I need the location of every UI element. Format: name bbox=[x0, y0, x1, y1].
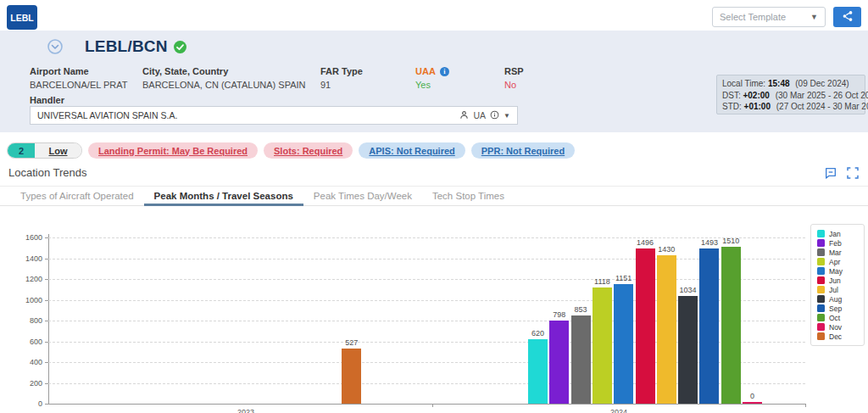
bar-may-2024[interactable] bbox=[614, 284, 633, 404]
handler-input[interactable] bbox=[31, 110, 459, 120]
y-tick-mark bbox=[45, 383, 48, 384]
select-template-dropdown[interactable]: Select Template ▼ bbox=[712, 7, 826, 27]
bar-value-label: 1510 bbox=[715, 237, 746, 245]
legend-swatch bbox=[817, 314, 825, 321]
legend-item-jun[interactable]: Jun bbox=[817, 276, 858, 285]
legend-swatch bbox=[817, 248, 825, 256]
legend-item-jan[interactable]: Jan bbox=[817, 229, 858, 238]
y-tick-label: 200 bbox=[7, 379, 42, 388]
legend-label: Jul bbox=[829, 286, 838, 294]
gridline bbox=[48, 237, 805, 238]
airport-code-button[interactable]: LEBL bbox=[7, 5, 37, 30]
field-value: No bbox=[504, 80, 589, 90]
handler-code: UA bbox=[473, 110, 486, 120]
legend-label: May bbox=[829, 267, 843, 276]
time-panel: Local Time: 15:48 (09 Dec 2024) DST: +02… bbox=[716, 75, 865, 114]
tab-tech-stop-times[interactable]: Tech Stop Times bbox=[422, 187, 515, 205]
bar-jan-2024[interactable] bbox=[528, 339, 548, 404]
dst-label: DST: bbox=[722, 91, 741, 100]
bar-value-label: 1151 bbox=[609, 274, 639, 282]
tab-types-of-aircraft[interactable]: Types of Aircraft Operated bbox=[10, 187, 144, 205]
legend-label: Dec bbox=[829, 332, 842, 341]
fullscreen-icon[interactable] bbox=[846, 166, 860, 183]
bar-value-label: 853 bbox=[565, 305, 596, 314]
legend-label: Jan bbox=[829, 230, 841, 238]
page-title: LEBL/BCN bbox=[85, 37, 168, 56]
handler-field: UA ▼ bbox=[30, 106, 518, 125]
legend-item-apr[interactable]: Apr bbox=[817, 257, 858, 266]
legend-item-feb[interactable]: Feb bbox=[817, 238, 858, 248]
slots-pill[interactable]: Slots: Required bbox=[264, 142, 353, 159]
dst-range: (30 Mar 2025 - 26 Oct 2025) bbox=[776, 91, 868, 100]
x-tick-mark bbox=[805, 404, 806, 407]
bar-value-label: 1430 bbox=[651, 245, 682, 254]
legend-item-nov[interactable]: Nov bbox=[817, 322, 858, 332]
bar-value-label: 620 bbox=[523, 329, 554, 338]
apis-pill[interactable]: APIS: Not Required bbox=[359, 142, 465, 159]
gridline bbox=[48, 279, 805, 280]
bar-dec-2023[interactable] bbox=[342, 349, 361, 404]
select-template-placeholder: Select Template bbox=[720, 12, 810, 22]
legend-item-mar[interactable]: Mar bbox=[817, 248, 858, 257]
legend-label: Oct bbox=[829, 314, 840, 322]
y-tick-mark bbox=[45, 362, 48, 363]
airport-header: LEBL/BCN Airport Name BARCELONA/EL PRAT … bbox=[0, 31, 868, 132]
legend-label: Apr bbox=[829, 258, 840, 266]
risk-level-label[interactable]: Low bbox=[35, 143, 81, 158]
info-circle-icon[interactable] bbox=[490, 108, 499, 123]
tab-peak-times[interactable]: Peak Times Day/Week bbox=[303, 187, 422, 205]
bar-apr-2024[interactable] bbox=[593, 287, 612, 404]
peak-months-bar-chart: JanFebMarAprMayJunJulAugSepOctNovDec 020… bbox=[0, 212, 868, 413]
x-tick-mark bbox=[432, 404, 433, 407]
field-airport-name: Airport Name BARCELONA/EL PRAT bbox=[30, 66, 142, 90]
chevron-down-icon: ▼ bbox=[810, 13, 818, 21]
y-axis-line bbox=[48, 234, 49, 404]
bar-feb-2024[interactable] bbox=[549, 321, 569, 404]
field-value: BARCELONA, CN (CATALUNA) SPAIN bbox=[142, 80, 320, 90]
field-label: City, State, Country bbox=[142, 66, 320, 76]
trends-tabs: Types of Aircraft Operated Peak Months /… bbox=[0, 186, 868, 206]
airport-fields: Airport Name BARCELONA/EL PRAT City, Sta… bbox=[30, 66, 589, 90]
tab-peak-months[interactable]: Peak Months / Travel Seasons bbox=[144, 187, 303, 205]
legend-item-may[interactable]: May bbox=[817, 266, 858, 276]
risk-count-badge: 2 bbox=[8, 143, 35, 158]
bar-jun-2024[interactable] bbox=[636, 248, 655, 404]
legend-swatch bbox=[817, 286, 825, 293]
std-value: +01:00 bbox=[744, 102, 771, 111]
legend-item-dec[interactable]: Dec bbox=[817, 332, 858, 341]
field-uaa: UAA i Yes bbox=[415, 66, 504, 90]
bar-mar-2024[interactable] bbox=[571, 315, 591, 404]
info-icon[interactable]: i bbox=[440, 67, 449, 76]
handler-icons: UA ▼ bbox=[459, 108, 517, 123]
dst-value: +02:00 bbox=[743, 91, 769, 100]
ppr-pill[interactable]: PPR: Not Required bbox=[471, 142, 575, 159]
legend-item-aug[interactable]: Aug bbox=[817, 294, 858, 304]
field-value: 91 bbox=[320, 80, 415, 90]
y-tick-mark bbox=[45, 300, 48, 301]
comment-icon[interactable] bbox=[824, 166, 837, 183]
legend-item-sep[interactable]: Sep bbox=[817, 304, 858, 313]
risk-level-pill[interactable]: 2 Low bbox=[7, 142, 82, 159]
bar-sep-2024[interactable] bbox=[699, 248, 719, 404]
share-button[interactable] bbox=[833, 7, 861, 27]
x-axis-label-2023: 2023 bbox=[220, 408, 271, 413]
bar-value-label: 0 bbox=[737, 392, 768, 400]
bar-nov-2024[interactable] bbox=[743, 402, 762, 404]
collapse-chevron-icon[interactable] bbox=[47, 39, 63, 54]
legend-swatch bbox=[817, 239, 825, 247]
chevron-down-icon[interactable]: ▼ bbox=[504, 112, 510, 120]
legend-item-oct[interactable]: Oct bbox=[817, 313, 858, 322]
local-time-row: Local Time: 15:48 (09 Dec 2024) bbox=[722, 78, 860, 90]
x-axis-label-2024: 2024 bbox=[593, 408, 644, 413]
y-tick-mark bbox=[45, 321, 48, 321]
y-tick-mark bbox=[45, 237, 48, 238]
legend-label: Mar bbox=[829, 248, 842, 257]
airport-page: LEBL Select Template ▼ LEBL/BCN Airport … bbox=[0, 0, 868, 413]
legend-item-jul[interactable]: Jul bbox=[817, 285, 858, 294]
bar-oct-2024[interactable] bbox=[721, 247, 741, 404]
bar-jul-2024[interactable] bbox=[657, 255, 676, 404]
y-tick-mark bbox=[45, 259, 48, 260]
landing-permit-pill[interactable]: Landing Permit: May Be Required bbox=[88, 142, 258, 159]
bar-aug-2024[interactable] bbox=[678, 296, 698, 404]
legend-swatch bbox=[817, 295, 825, 303]
